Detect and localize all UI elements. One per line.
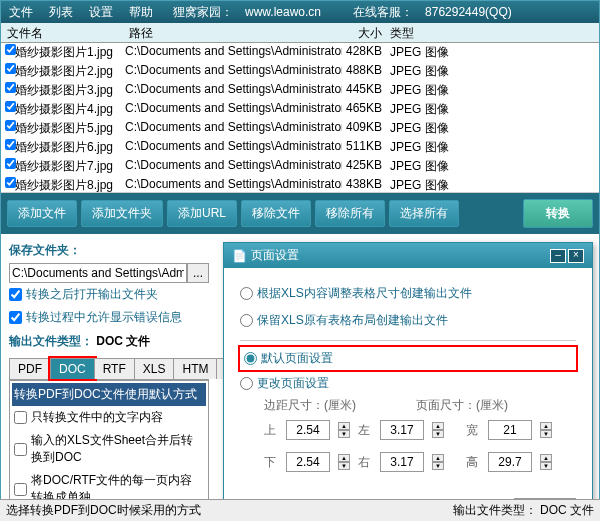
file-size: 488KB <box>342 63 382 80</box>
file-size: 445KB <box>342 82 382 99</box>
file-row[interactable]: 婚纱摄影图片6.jpgC:\Documents and Settings\Adm… <box>1 138 599 157</box>
tab-pdf[interactable]: PDF <box>9 358 51 379</box>
file-path: C:\Documents and Settings\Administrator\… <box>125 177 342 193</box>
col-type[interactable]: 类型 <box>382 25 414 40</box>
file-type: JPEG 图像 <box>382 139 449 156</box>
file-row[interactable]: 婚纱摄影图片3.jpgC:\Documents and Settings\Adm… <box>1 81 599 100</box>
show-error-checkbox[interactable] <box>9 311 22 324</box>
file-type: JPEG 图像 <box>382 101 449 118</box>
file-row[interactable]: 婚纱摄影图片8.jpgC:\Documents and Settings\Adm… <box>1 176 599 193</box>
menu-bar: 文件 列表 设置 帮助 <box>9 4 161 21</box>
menu-file[interactable]: 文件 <box>9 4 33 21</box>
tab-xls[interactable]: XLS <box>134 358 175 379</box>
file-path: C:\Documents and Settings\Administrator\… <box>125 101 342 118</box>
file-type: JPEG 图像 <box>382 63 449 80</box>
file-list-header: 文件名 路径 大小 类型 <box>1 23 599 43</box>
menu-settings[interactable]: 设置 <box>89 4 113 21</box>
file-size: 428KB <box>342 44 382 61</box>
brand-label: 狸窝家园： <box>173 4 233 21</box>
dialog-title: 页面设置 <box>251 247 299 264</box>
service-label: 在线客服： <box>353 4 413 21</box>
margin-right-input[interactable] <box>380 452 424 472</box>
file-type: JPEG 图像 <box>382 82 449 99</box>
select-all-button[interactable]: 选择所有 <box>389 200 459 227</box>
margin-top-input[interactable] <box>286 420 330 440</box>
remove-file-button[interactable]: 移除文件 <box>241 200 311 227</box>
file-name: 婚纱摄影图片7.jpg <box>15 158 125 175</box>
status-left: 选择转换PDF到DOC时候采用的方式 <box>6 502 201 519</box>
page-icon: 📄 <box>232 249 247 263</box>
open-after-checkbox[interactable] <box>9 288 22 301</box>
col-size[interactable]: 大小 <box>346 25 382 40</box>
file-path: C:\Documents and Settings\Administrator\… <box>125 82 342 99</box>
tab-htm[interactable]: HTM <box>173 358 217 379</box>
file-size: 465KB <box>342 101 382 118</box>
file-row[interactable]: 婚纱摄影图片2.jpgC:\Documents and Settings\Adm… <box>1 62 599 81</box>
radio-resize-xls[interactable] <box>240 287 253 300</box>
file-row[interactable]: 婚纱摄影图片1.jpgC:\Documents and Settings\Adm… <box>1 43 599 62</box>
file-row[interactable]: 婚纱摄影图片7.jpgC:\Documents and Settings\Adm… <box>1 157 599 176</box>
file-type: JPEG 图像 <box>382 177 449 193</box>
remove-all-button[interactable]: 移除所有 <box>315 200 385 227</box>
col-filename[interactable]: 文件名 <box>1 25 129 40</box>
opt-merge-sheets[interactable]: 输入的XLS文件Sheet合并后转换到DOC <box>12 429 206 469</box>
page-width-input[interactable] <box>488 420 532 440</box>
tab-rtf[interactable]: RTF <box>94 358 135 379</box>
opt-default[interactable]: 转换PDF到DOC文件使用默认方式 <box>12 383 206 406</box>
file-name: 婚纱摄影图片8.jpg <box>15 177 125 193</box>
page-size-label: 页面尺寸：(厘米) <box>416 397 508 414</box>
margin-left-input[interactable] <box>380 420 424 440</box>
conversion-options: 转换PDF到DOC文件使用默认方式 只转换文件中的文字内容 输入的XLS文件Sh… <box>9 380 209 512</box>
add-folder-button[interactable]: 添加文件夹 <box>81 200 163 227</box>
file-name: 婚纱摄影图片2.jpg <box>15 63 125 80</box>
file-path: C:\Documents and Settings\Administrator\… <box>125 120 342 137</box>
toolbar: 添加文件 添加文件夹 添加URL 移除文件 移除所有 选择所有 转换 <box>1 193 599 234</box>
add-url-button[interactable]: 添加URL <box>167 200 237 227</box>
file-row[interactable]: 婚纱摄影图片5.jpgC:\Documents and Settings\Adm… <box>1 119 599 138</box>
open-after-label: 转换之后打开输出文件夹 <box>26 286 158 303</box>
close-button[interactable]: × <box>568 249 584 263</box>
service-qq[interactable]: 876292449(QQ) <box>425 5 512 19</box>
save-folder-title: 保存文件夹： <box>9 238 209 263</box>
page-height-input[interactable] <box>488 452 532 472</box>
file-size: 511KB <box>342 139 382 156</box>
margins-label: 边距尺寸：(厘米) <box>264 397 356 414</box>
file-path: C:\Documents and Settings\Administrator\… <box>125 158 342 175</box>
radio-default-page[interactable] <box>244 352 257 365</box>
menu-help[interactable]: 帮助 <box>129 4 153 21</box>
brand-url[interactable]: www.leawo.cn <box>245 5 321 19</box>
file-size: 425KB <box>342 158 382 175</box>
file-type: JPEG 图像 <box>382 44 449 61</box>
add-file-button[interactable]: 添加文件 <box>7 200 77 227</box>
file-size: 438KB <box>342 177 382 193</box>
file-list[interactable]: 婚纱摄影图片1.jpgC:\Documents and Settings\Adm… <box>1 43 599 193</box>
opt-text-only[interactable]: 只转换文件中的文字内容 <box>12 406 206 429</box>
file-name: 婚纱摄影图片3.jpg <box>15 82 125 99</box>
file-type: JPEG 图像 <box>382 158 449 175</box>
output-type-title: 输出文件类型： DOC 文件 <box>9 329 209 354</box>
file-path: C:\Documents and Settings\Administrator\… <box>125 63 342 80</box>
file-name: 婚纱摄影图片6.jpg <box>15 139 125 156</box>
file-size: 409KB <box>342 120 382 137</box>
file-type: JPEG 图像 <box>382 120 449 137</box>
file-name: 婚纱摄影图片4.jpg <box>15 101 125 118</box>
show-error-label: 转换过程中允许显示错误信息 <box>26 309 182 326</box>
minimize-button[interactable]: – <box>550 249 566 263</box>
status-bar: 选择转换PDF到DOC时候采用的方式 输出文件类型： DOC 文件 <box>0 499 600 521</box>
tab-doc[interactable]: DOC <box>50 358 95 379</box>
radio-keep-xls[interactable] <box>240 314 253 327</box>
save-path-input[interactable] <box>9 263 187 283</box>
file-name: 婚纱摄影图片5.jpg <box>15 120 125 137</box>
browse-button[interactable]: ... <box>187 263 209 283</box>
format-tabs: PDF DOC RTF XLS HTM TXT <box>9 358 209 380</box>
file-name: 婚纱摄影图片1.jpg <box>15 44 125 61</box>
menu-list[interactable]: 列表 <box>49 4 73 21</box>
convert-button[interactable]: 转换 <box>523 199 593 228</box>
file-row[interactable]: 婚纱摄影图片4.jpgC:\Documents and Settings\Adm… <box>1 100 599 119</box>
page-setup-dialog: 📄 页面设置 – × 根据XLS内容调整表格尺寸创建输出文件 保留XLS原有表格… <box>223 242 593 521</box>
file-path: C:\Documents and Settings\Administrator\… <box>125 44 342 61</box>
dialog-titlebar[interactable]: 📄 页面设置 – × <box>224 243 592 268</box>
col-path[interactable]: 路径 <box>129 25 346 40</box>
radio-custom-page[interactable] <box>240 377 253 390</box>
margin-bottom-input[interactable] <box>286 452 330 472</box>
